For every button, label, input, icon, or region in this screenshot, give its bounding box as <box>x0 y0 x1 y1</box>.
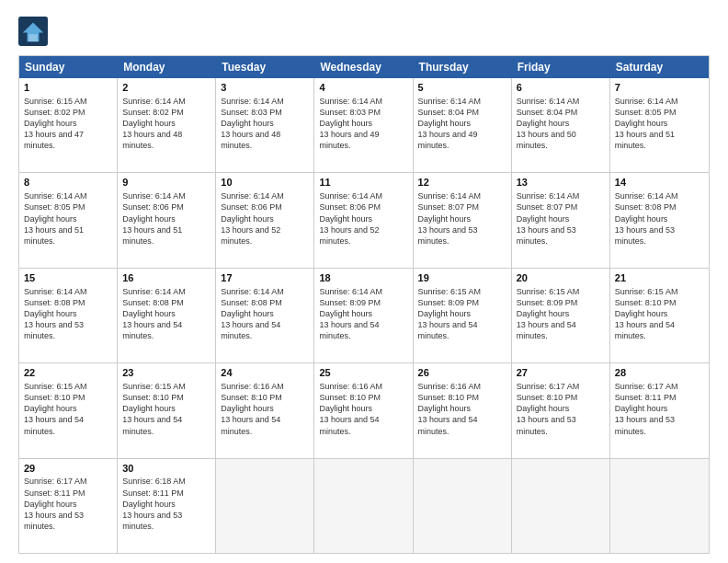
day-info: Sunrise: 6:14 AMSunset: 8:09 PMDaylight … <box>319 286 407 342</box>
day-info: Sunrise: 6:16 AMSunset: 8:10 PMDaylight … <box>221 381 309 437</box>
day-24: 24Sunrise: 6:16 AMSunset: 8:10 PMDayligh… <box>216 363 314 457</box>
day-info: Sunrise: 6:15 AMSunset: 8:10 PMDaylight … <box>615 286 704 342</box>
page: SundayMondayTuesdayWednesdayThursdayFrid… <box>0 0 728 563</box>
day-number: 27 <box>517 366 605 380</box>
day-number: 12 <box>418 176 506 190</box>
day-info: Sunrise: 6:14 AMSunset: 8:05 PMDaylight … <box>24 190 112 247</box>
day-27: 27Sunrise: 6:17 AMSunset: 8:10 PMDayligh… <box>512 363 610 457</box>
day-28: 28Sunrise: 6:17 AMSunset: 8:11 PMDayligh… <box>610 363 709 457</box>
calendar: SundayMondayTuesdayWednesdayThursdayFrid… <box>18 55 710 554</box>
day-info: Sunrise: 6:14 AMSunset: 8:07 PMDaylight … <box>418 190 506 247</box>
day-12: 12Sunrise: 6:14 AMSunset: 8:07 PMDayligh… <box>414 173 512 267</box>
header-day-thursday: Thursday <box>414 56 512 78</box>
day-13: 13Sunrise: 6:14 AMSunset: 8:07 PMDayligh… <box>512 173 610 267</box>
day-info: Sunrise: 6:14 AMSunset: 8:08 PMDaylight … <box>221 286 309 342</box>
day-info: Sunrise: 6:15 AMSunset: 8:10 PMDaylight … <box>24 381 112 437</box>
day-22: 22Sunrise: 6:15 AMSunset: 8:10 PMDayligh… <box>19 363 118 457</box>
day-number: 5 <box>418 81 506 95</box>
day-info: Sunrise: 6:18 AMSunset: 8:11 PMDaylight … <box>122 476 210 532</box>
day-26: 26Sunrise: 6:16 AMSunset: 8:10 PMDayligh… <box>414 363 512 457</box>
day-info: Sunrise: 6:14 AMSunset: 8:04 PMDaylight … <box>418 96 506 152</box>
day-info: Sunrise: 6:14 AMSunset: 8:08 PMDaylight … <box>615 190 704 247</box>
day-number: 15 <box>24 271 112 285</box>
day-number: 3 <box>221 81 309 95</box>
empty-cell <box>314 459 413 553</box>
day-10: 10Sunrise: 6:14 AMSunset: 8:06 PMDayligh… <box>216 173 314 267</box>
day-info: Sunrise: 6:16 AMSunset: 8:10 PMDaylight … <box>319 381 407 437</box>
calendar-body: 1Sunrise: 6:15 AMSunset: 8:02 PMDaylight… <box>19 78 709 553</box>
day-info: Sunrise: 6:14 AMSunset: 8:03 PMDaylight … <box>221 96 309 152</box>
day-info: Sunrise: 6:17 AMSunset: 8:11 PMDaylight … <box>615 381 704 437</box>
day-2: 2Sunrise: 6:14 AMSunset: 8:02 PMDaylight… <box>118 78 216 172</box>
day-5: 5Sunrise: 6:14 AMSunset: 8:04 PMDaylight… <box>414 78 512 172</box>
day-14: 14Sunrise: 6:14 AMSunset: 8:08 PMDayligh… <box>610 173 709 267</box>
day-23: 23Sunrise: 6:15 AMSunset: 8:10 PMDayligh… <box>118 363 216 457</box>
svg-rect-2 <box>28 34 38 41</box>
day-info: Sunrise: 6:14 AMSunset: 8:07 PMDaylight … <box>517 190 605 247</box>
header <box>18 17 710 46</box>
week-2: 8Sunrise: 6:14 AMSunset: 8:05 PMDaylight… <box>19 172 709 267</box>
day-info: Sunrise: 6:14 AMSunset: 8:06 PMDaylight … <box>122 190 210 247</box>
day-number: 1 <box>24 81 112 95</box>
day-number: 10 <box>221 176 309 190</box>
day-number: 17 <box>221 271 309 285</box>
day-11: 11Sunrise: 6:14 AMSunset: 8:06 PMDayligh… <box>314 173 413 267</box>
day-3: 3Sunrise: 6:14 AMSunset: 8:03 PMDaylight… <box>216 78 314 172</box>
day-info: Sunrise: 6:14 AMSunset: 8:08 PMDaylight … <box>24 286 112 342</box>
day-number: 2 <box>122 81 210 95</box>
day-6: 6Sunrise: 6:14 AMSunset: 8:04 PMDaylight… <box>512 78 610 172</box>
empty-cell <box>512 459 610 553</box>
week-5: 29Sunrise: 6:17 AMSunset: 8:11 PMDayligh… <box>19 458 709 553</box>
day-8: 8Sunrise: 6:14 AMSunset: 8:05 PMDaylight… <box>19 173 118 267</box>
day-number: 14 <box>615 176 704 190</box>
day-16: 16Sunrise: 6:14 AMSunset: 8:08 PMDayligh… <box>118 269 216 362</box>
day-number: 23 <box>122 366 210 380</box>
day-number: 11 <box>319 176 407 190</box>
day-21: 21Sunrise: 6:15 AMSunset: 8:10 PMDayligh… <box>610 269 709 362</box>
day-9: 9Sunrise: 6:14 AMSunset: 8:06 PMDaylight… <box>118 173 216 267</box>
day-17: 17Sunrise: 6:14 AMSunset: 8:08 PMDayligh… <box>216 269 314 362</box>
day-info: Sunrise: 6:14 AMSunset: 8:03 PMDaylight … <box>319 96 407 152</box>
day-number: 24 <box>221 366 309 380</box>
day-number: 19 <box>418 271 506 285</box>
day-info: Sunrise: 6:14 AMSunset: 8:04 PMDaylight … <box>517 96 605 152</box>
day-30: 30Sunrise: 6:18 AMSunset: 8:11 PMDayligh… <box>118 459 216 553</box>
day-info: Sunrise: 6:14 AMSunset: 8:08 PMDaylight … <box>122 286 210 342</box>
day-info: Sunrise: 6:17 AMSunset: 8:10 PMDaylight … <box>517 381 605 437</box>
calendar-header: SundayMondayTuesdayWednesdayThursdayFrid… <box>19 56 709 78</box>
header-day-sunday: Sunday <box>19 56 118 78</box>
day-info: Sunrise: 6:14 AMSunset: 8:06 PMDaylight … <box>319 190 407 247</box>
day-number: 26 <box>418 366 506 380</box>
header-day-wednesday: Wednesday <box>314 56 413 78</box>
day-number: 7 <box>615 81 704 95</box>
day-18: 18Sunrise: 6:14 AMSunset: 8:09 PMDayligh… <box>314 269 413 362</box>
day-1: 1Sunrise: 6:15 AMSunset: 8:02 PMDaylight… <box>19 78 118 172</box>
day-29: 29Sunrise: 6:17 AMSunset: 8:11 PMDayligh… <box>19 459 118 553</box>
day-number: 30 <box>122 462 210 476</box>
week-1: 1Sunrise: 6:15 AMSunset: 8:02 PMDaylight… <box>19 78 709 172</box>
day-number: 25 <box>319 366 407 380</box>
day-info: Sunrise: 6:15 AMSunset: 8:09 PMDaylight … <box>418 286 506 342</box>
day-info: Sunrise: 6:14 AMSunset: 8:05 PMDaylight … <box>615 96 704 152</box>
logo-icon <box>18 17 48 46</box>
logo <box>18 17 51 46</box>
day-4: 4Sunrise: 6:14 AMSunset: 8:03 PMDaylight… <box>314 78 413 172</box>
day-number: 8 <box>24 176 112 190</box>
day-number: 18 <box>319 271 407 285</box>
day-number: 28 <box>615 366 704 380</box>
day-20: 20Sunrise: 6:15 AMSunset: 8:09 PMDayligh… <box>512 269 610 362</box>
day-info: Sunrise: 6:14 AMSunset: 8:06 PMDaylight … <box>221 190 309 247</box>
day-info: Sunrise: 6:17 AMSunset: 8:11 PMDaylight … <box>24 476 112 532</box>
day-number: 29 <box>24 462 112 476</box>
day-info: Sunrise: 6:15 AMSunset: 8:09 PMDaylight … <box>517 286 605 342</box>
empty-cell <box>216 459 314 553</box>
day-info: Sunrise: 6:16 AMSunset: 8:10 PMDaylight … <box>418 381 506 437</box>
day-number: 9 <box>122 176 210 190</box>
day-7: 7Sunrise: 6:14 AMSunset: 8:05 PMDaylight… <box>610 78 709 172</box>
day-number: 16 <box>122 271 210 285</box>
day-number: 22 <box>24 366 112 380</box>
day-number: 4 <box>319 81 407 95</box>
day-number: 6 <box>517 81 605 95</box>
day-info: Sunrise: 6:14 AMSunset: 8:02 PMDaylight … <box>122 96 210 152</box>
empty-cell <box>414 459 512 553</box>
